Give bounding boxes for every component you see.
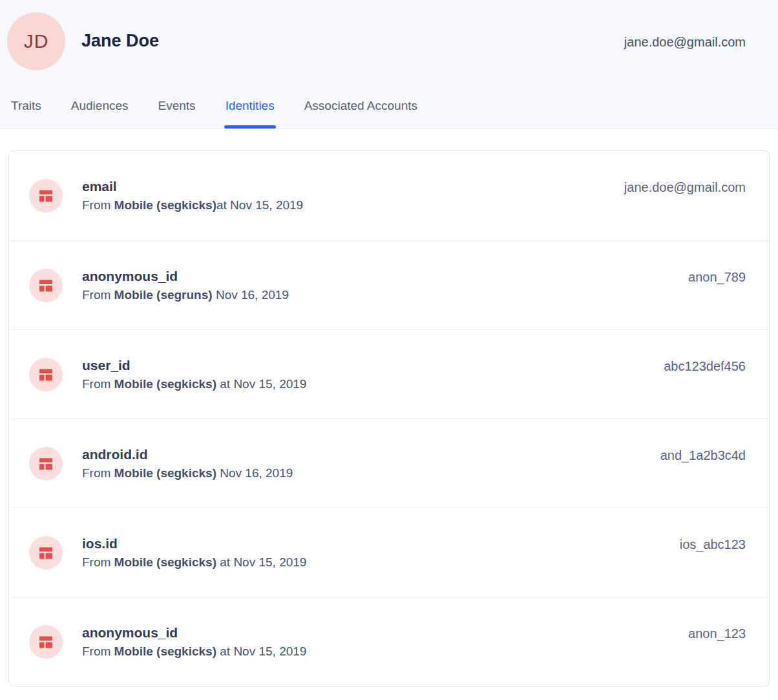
profile-email: jane.doe@gmail.com — [624, 35, 746, 50]
identity-name: ios.id — [82, 536, 306, 551]
identity-icon-badge — [29, 625, 63, 659]
identity-source-line: From Mobile (segkicks) Nov 16, 2019 — [82, 466, 293, 480]
identity-text: email From Mobile (segkicks)at Nov 15, 2… — [82, 179, 303, 212]
from-label: From — [82, 288, 114, 302]
from-label: From — [82, 198, 114, 212]
identity-row: email From Mobile (segkicks)at Nov 15, 2… — [9, 151, 769, 240]
from-label: From — [82, 555, 114, 569]
layout-icon — [38, 188, 54, 203]
identity-text: android.id From Mobile (segkicks) Nov 16… — [82, 447, 293, 480]
identity-text: user_id From Mobile (segkicks) at Nov 15… — [82, 358, 306, 391]
layout-icon — [38, 278, 54, 293]
identity-icon-badge — [29, 536, 63, 570]
identity-icon-badge — [29, 358, 63, 391]
identity-name: user_id — [82, 358, 306, 373]
identity-name: anonymous_id — [82, 269, 289, 284]
tab-bar: Traits Audiences Events Identities Assoc… — [11, 99, 417, 129]
identity-text: ios.id From Mobile (segkicks) at Nov 15,… — [82, 536, 306, 570]
identity-icon-badge — [29, 179, 63, 212]
identity-icon-badge — [29, 447, 63, 480]
identity-text: anonymous_id From Mobile (segkicks) at N… — [82, 625, 306, 659]
tab-identities[interactable]: Identities — [226, 99, 275, 129]
source-name: Mobile (segkicks) — [114, 555, 216, 569]
avatar-initials: JD — [24, 30, 49, 52]
identity-source-line: From Mobile (segkicks)at Nov 15, 2019 — [82, 198, 303, 212]
tab-events[interactable]: Events — [158, 99, 196, 129]
source-name: Mobile (segruns) — [114, 288, 213, 302]
identity-date: at Nov 15, 2019 — [216, 644, 306, 658]
identity-name: email — [82, 179, 303, 194]
identity-row: android.id From Mobile (segkicks) Nov 16… — [9, 418, 769, 508]
layout-icon — [38, 545, 54, 561]
identity-value: jane.doe@gmail.com — [624, 180, 746, 195]
identities-panel: email From Mobile (segkicks)at Nov 15, 2… — [0, 129, 778, 686]
identity-row: anonymous_id From Mobile (segkicks) at N… — [9, 597, 769, 686]
from-label: From — [82, 466, 114, 480]
identity-value: abc123def456 — [664, 359, 746, 374]
identity-date: Nov 16, 2019 — [216, 466, 293, 480]
identity-row: ios.id From Mobile (segkicks) at Nov 15,… — [9, 508, 769, 597]
identity-source-line: From Mobile (segkicks) at Nov 15, 2019 — [82, 644, 306, 659]
from-label: From — [82, 377, 114, 391]
identity-icon-badge — [29, 269, 63, 302]
identity-source-line: From Mobile (segkicks) at Nov 15, 2019 — [82, 377, 306, 391]
tab-traits[interactable]: Traits — [11, 99, 41, 129]
layout-icon — [38, 634, 54, 650]
source-name: Mobile (segkicks) — [114, 198, 216, 212]
identities-card: email From Mobile (segkicks)at Nov 15, 2… — [8, 150, 770, 686]
identity-name: anonymous_id — [82, 625, 306, 641]
profile-header: JD Jane Doe jane.doe@gmail.com Traits Au… — [0, 0, 778, 129]
identity-value: ios_abc123 — [680, 537, 746, 552]
identity-value: anon_789 — [688, 270, 746, 285]
tab-associated-accounts[interactable]: Associated Accounts — [304, 99, 417, 129]
identity-row: user_id From Mobile (segkicks) at Nov 15… — [9, 329, 769, 418]
identity-source-line: From Mobile (segruns) Nov 16, 2019 — [82, 288, 289, 302]
layout-icon — [38, 367, 54, 382]
identity-date: at Nov 15, 2019 — [216, 555, 306, 569]
avatar: JD — [7, 12, 65, 70]
identity-row: anonymous_id From Mobile (segruns) Nov 1… — [9, 240, 769, 329]
identity-source-line: From Mobile (segkicks) at Nov 15, 2019 — [82, 555, 306, 570]
identity-value: anon_123 — [688, 626, 746, 641]
source-name: Mobile (segkicks) — [114, 644, 216, 658]
identity-date: at Nov 15, 2019 — [216, 377, 306, 391]
from-label: From — [82, 644, 114, 658]
tab-audiences[interactable]: Audiences — [71, 99, 129, 129]
source-name: Mobile (segkicks) — [114, 466, 216, 480]
identity-name: android.id — [82, 447, 293, 462]
identity-date: at Nov 15, 2019 — [216, 198, 303, 212]
identity-value: and_1a2b3c4d — [660, 448, 746, 463]
identity-text: anonymous_id From Mobile (segruns) Nov 1… — [82, 269, 289, 302]
source-name: Mobile (segkicks) — [114, 377, 216, 391]
layout-icon — [38, 456, 54, 471]
identity-date: Nov 16, 2019 — [213, 288, 289, 302]
page-title: Jane Doe — [81, 31, 159, 51]
